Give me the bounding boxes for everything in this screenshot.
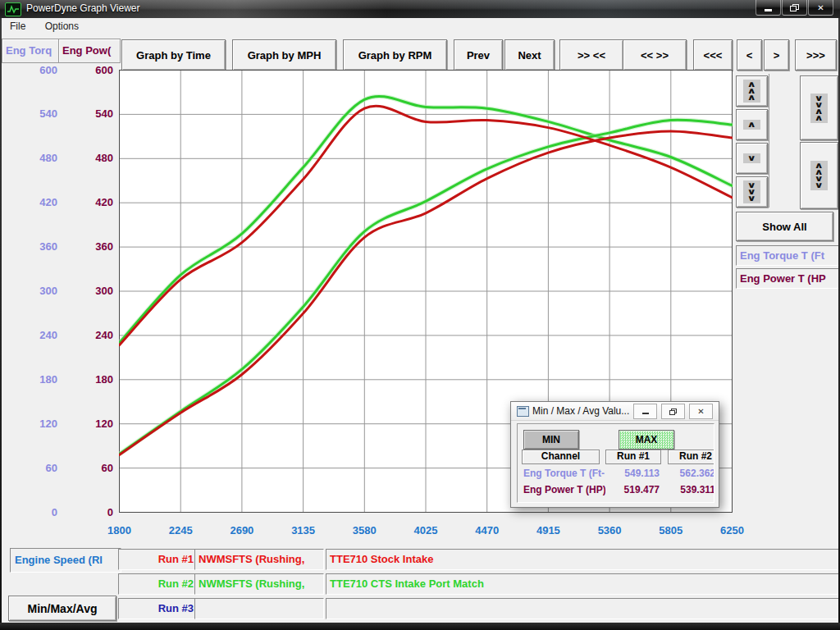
power-y-tick: 600	[64, 64, 113, 77]
title-bar[interactable]: PowerDyne Graph Viewer ✕	[0, 0, 840, 18]
run2-comment-box[interactable]: TTE710 CTS Intake Port Match	[326, 573, 838, 595]
scroll-left-button[interactable]: <	[737, 39, 762, 71]
min-toggle-button[interactable]: MIN	[523, 430, 579, 450]
scroll-up-triple-button[interactable]: ∧∧∧	[736, 75, 768, 107]
dialog-content-frame: MIN MAX Channel Run #1 Run #2 Eng Torque…	[517, 423, 714, 503]
torque-y-tick: 300	[8, 285, 57, 298]
scroll-down-icon: ∨	[743, 153, 760, 163]
rpm-x-tick: 2245	[156, 524, 205, 537]
expand-vertical-button[interactable]: ∧∧∨∨	[800, 142, 838, 209]
channel-column-header[interactable]: Channel	[522, 450, 600, 464]
run1-comment-box[interactable]: TTE710 Stock Intake	[326, 549, 838, 570]
rpm-x-tick: 6250	[708, 524, 757, 537]
minimize-button[interactable]	[756, 0, 781, 16]
zoom-out-horizontal-button[interactable]: << >>	[623, 39, 687, 71]
scroll-right-fast-button[interactable]: >>>	[795, 39, 837, 71]
dialog-torque-channel: Eng Torque T (Ft-	[523, 468, 605, 479]
expand-vertical-icon: ∧∧∨∨	[810, 161, 827, 190]
show-all-button[interactable]: Show All	[736, 212, 833, 241]
dialog-close-icon: ✕	[697, 407, 704, 416]
dialog-minimize-button[interactable]	[633, 404, 657, 419]
run2-file-box[interactable]: NWMSFTS (Rushing,	[194, 573, 324, 595]
dialog-minimize-icon	[642, 413, 649, 414]
power-channel-box[interactable]: Eng Power T (HP	[736, 268, 838, 289]
scroll-down-triple-button[interactable]: ∨∨∨	[736, 176, 768, 208]
application-window: PowerDyne Graph Viewer ✕ File Options En…	[0, 0, 840, 630]
power-y-tick: 300	[64, 285, 113, 298]
power-y-tick: 480	[64, 152, 113, 165]
menu-options[interactable]: Options	[37, 18, 87, 32]
graph-by-mph-button[interactable]: Graph by MPH	[232, 39, 336, 71]
rpm-x-tick: 1800	[95, 524, 144, 537]
rpm-x-tick: 4470	[463, 524, 512, 537]
torque-y-tick: 180	[8, 373, 57, 386]
scroll-down-button[interactable]: ∨	[736, 143, 768, 174]
dialog-icon	[517, 406, 529, 417]
run3-comment-box[interactable]	[326, 598, 838, 619]
run3-label-box[interactable]: Run #3	[118, 598, 199, 619]
torque-y-tick: 420	[8, 196, 57, 209]
restore-button[interactable]	[782, 0, 807, 16]
window-border-bottom	[0, 623, 840, 630]
torque-y-tick: 240	[8, 329, 57, 342]
scroll-up-button[interactable]: ∧	[736, 109, 768, 140]
torque-y-tick: 600	[8, 64, 57, 77]
dialog-torque-run1-max: 549.113	[602, 468, 660, 479]
scroll-left-fast-button[interactable]: <<<	[693, 39, 733, 71]
graph-by-rpm-button[interactable]: Graph by RPM	[343, 39, 447, 71]
torque-y-tick: 120	[8, 418, 57, 431]
torque-y-tick: 0	[8, 506, 57, 519]
rpm-x-tick: 2690	[217, 524, 267, 537]
menu-file[interactable]: File	[2, 18, 34, 32]
dialog-power-run2-max: 539.311	[664, 484, 714, 495]
min-max-avg-button[interactable]: Min/Max/Avg	[8, 596, 116, 621]
restore-icon	[790, 4, 799, 11]
torque-y-tick: 540	[8, 107, 57, 121]
torque-channel-header[interactable]: Eng Torq	[2, 39, 61, 63]
power-y-tick: 120	[64, 418, 113, 431]
rpm-x-tick: 3580	[340, 524, 389, 537]
scroll-right-button[interactable]: >	[764, 39, 789, 71]
run1-label-box[interactable]: Run #1	[118, 549, 199, 570]
torque-y-tick: 360	[8, 240, 57, 253]
power-y-tick: 180	[64, 373, 113, 386]
min-max-avg-dialog[interactable]: Min / Max / Avg Valu... ✕ MIN MAX Channe…	[510, 401, 719, 508]
rpm-x-tick: 4025	[401, 524, 450, 537]
dialog-title: Min / Max / Avg Valu...	[532, 405, 629, 417]
graph-by-time-button[interactable]: Graph by Time	[121, 39, 226, 71]
run2-label-box[interactable]: Run #2	[118, 573, 199, 595]
run1-file-box[interactable]: NWMSFTS (Rushing,	[194, 549, 324, 570]
next-button[interactable]: Next	[504, 39, 555, 71]
window-title: PowerDyne Graph Viewer	[26, 2, 140, 14]
power-y-tick: 60	[64, 462, 113, 475]
scroll-up-triple-icon: ∧∧∧	[743, 80, 760, 103]
torque-channel-box[interactable]: Eng Torque T (Ft	[736, 245, 838, 266]
run1-column-header[interactable]: Run #1	[605, 450, 661, 464]
collapse-vertical-button[interactable]: ∨∨∧∧	[800, 75, 838, 140]
dialog-power-run1-max: 519.477	[602, 484, 660, 495]
power-y-tick: 540	[64, 107, 113, 121]
rpm-x-tick: 5805	[646, 524, 696, 537]
run3-file-box[interactable]	[194, 598, 324, 619]
dialog-restore-button[interactable]	[661, 404, 685, 419]
max-toggle-button[interactable]: MAX	[619, 430, 674, 450]
power-y-tick: 0	[64, 506, 113, 519]
zoom-in-horizontal-button[interactable]: >> <<	[559, 39, 623, 71]
client-area: Eng Torq Eng Pow( Graph by Time Graph by…	[2, 34, 838, 623]
dialog-title-bar[interactable]: Min / Max / Avg Valu... ✕	[511, 402, 719, 421]
close-button[interactable]: ✕	[808, 0, 833, 16]
run2-column-header[interactable]: Run #2	[668, 450, 714, 464]
power-y-tick: 420	[64, 196, 113, 209]
panel-divider	[769, 74, 769, 208]
power-channel-header[interactable]: Eng Pow(	[58, 39, 121, 63]
dialog-restore-icon	[669, 409, 677, 415]
power-y-tick: 240	[64, 329, 113, 342]
dialog-close-button[interactable]: ✕	[689, 404, 713, 419]
rpm-x-tick: 5360	[585, 524, 634, 537]
minimize-icon	[765, 9, 772, 11]
prev-button[interactable]: Prev	[454, 39, 503, 71]
close-icon: ✕	[817, 3, 824, 12]
menu-bar: File Options	[2, 18, 838, 35]
x-axis-channel-box[interactable]: Engine Speed (RI	[10, 548, 121, 573]
rpm-x-tick: 3135	[279, 524, 328, 537]
